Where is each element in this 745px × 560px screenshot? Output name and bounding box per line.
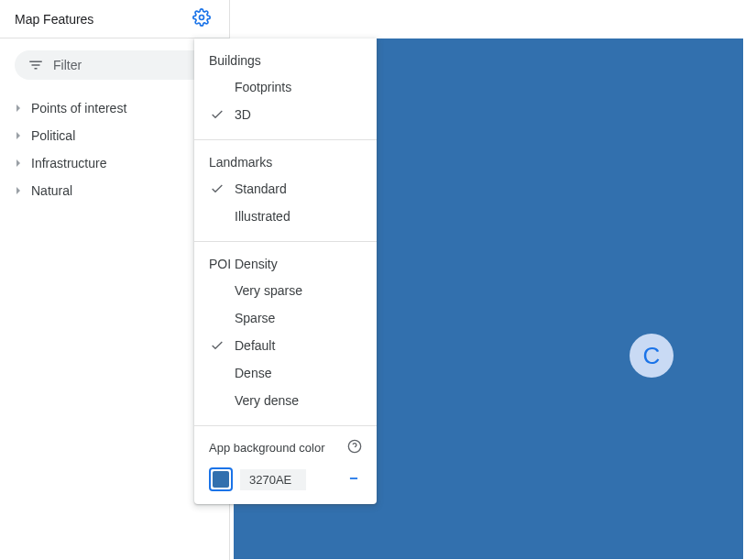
- chevron-right-icon: [15, 104, 22, 112]
- option-label: 3D: [235, 107, 251, 122]
- settings-button[interactable]: [189, 5, 214, 33]
- checkmark-icon: [209, 338, 225, 353]
- minus-icon[interactable]: [345, 472, 362, 488]
- chevron-right-icon: [15, 159, 22, 167]
- color-hex-input[interactable]: [240, 469, 306, 490]
- option-label: Footprints: [235, 80, 291, 94]
- color-hex-wrap: [233, 469, 362, 490]
- settings-panel: Buildings Footprints 3D Landmarks Standa…: [194, 38, 377, 504]
- option-dense[interactable]: Dense: [194, 359, 377, 387]
- help-icon[interactable]: [347, 439, 362, 456]
- settings-group-title: Buildings: [194, 49, 377, 73]
- option-very-dense[interactable]: Very dense: [194, 387, 377, 414]
- app-background-section: App background color: [194, 426, 377, 497]
- chevron-right-icon: [15, 132, 22, 139]
- chevron-right-icon: [15, 187, 22, 194]
- tree-item-label: Infrastructure: [31, 156, 106, 170]
- filter-placeholder: Filter: [53, 58, 82, 72]
- tree-item-label: Political: [31, 128, 75, 143]
- color-swatch: [213, 471, 229, 488]
- checkmark-icon: [209, 107, 225, 122]
- tree-item-label: Points of interest: [31, 101, 126, 115]
- svg-point-0: [200, 16, 204, 20]
- settings-group-title: POI Density: [194, 253, 377, 277]
- option-sparse[interactable]: Sparse: [194, 304, 377, 332]
- settings-group-landmarks: Landmarks Standard Illustrated: [194, 140, 377, 236]
- filter-icon: [27, 57, 44, 73]
- filter-input[interactable]: Filter: [15, 50, 214, 80]
- option-label: Dense: [235, 366, 271, 380]
- color-swatch-button[interactable]: [209, 467, 233, 491]
- app-background-title: App background color: [209, 441, 324, 455]
- marker-letter-icon: C: [630, 334, 674, 378]
- settings-group-buildings: Buildings Footprints 3D: [194, 38, 377, 134]
- option-3d[interactable]: 3D: [194, 101, 377, 128]
- map-marker[interactable]: C: [630, 334, 674, 378]
- option-label: Very dense: [235, 393, 299, 408]
- option-label: Very sparse: [235, 283, 302, 298]
- svg-text:C: C: [643, 342, 661, 369]
- sidebar-header: Map Features: [0, 0, 229, 38]
- option-very-sparse[interactable]: Very sparse: [194, 277, 377, 304]
- option-label: Sparse: [235, 311, 275, 325]
- app-background-header: App background color: [209, 439, 362, 467]
- option-footprints[interactable]: Footprints: [194, 73, 377, 101]
- option-label: Standard: [235, 181, 287, 196]
- settings-group-title: Landmarks: [194, 151, 377, 175]
- option-label: Default: [235, 338, 275, 353]
- sidebar-title: Map Features: [15, 12, 93, 27]
- gear-icon: [192, 8, 211, 27]
- option-label: Illustrated: [235, 209, 290, 224]
- option-illustrated[interactable]: Illustrated: [194, 203, 377, 230]
- color-row: [209, 467, 362, 491]
- option-standard[interactable]: Standard: [194, 175, 377, 203]
- checkmark-icon: [209, 181, 225, 196]
- option-default[interactable]: Default: [194, 332, 377, 359]
- settings-group-poi-density: POI Density Very sparse Sparse Default D…: [194, 242, 377, 420]
- tree-item-label: Natural: [31, 183, 72, 198]
